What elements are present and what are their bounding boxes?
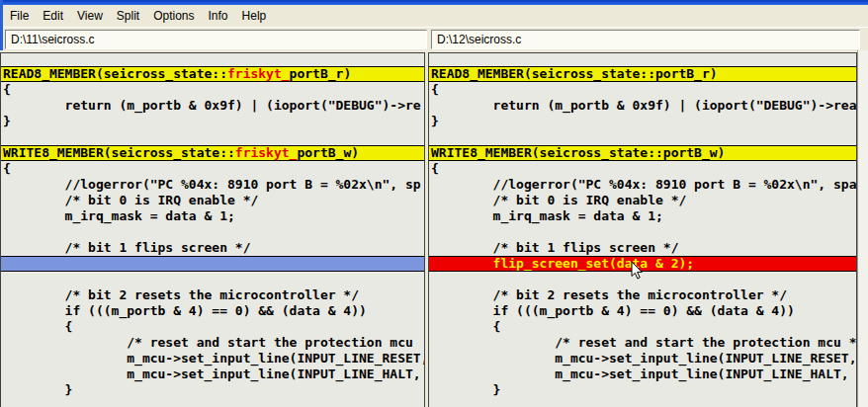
code-line[interactable]: { — [1, 82, 424, 98]
code-line[interactable]: /* bit 2 resets the microcontroller */ — [1, 287, 424, 303]
code-line[interactable]: /* bit 2 resets the microcontroller */ — [429, 287, 856, 303]
diff-changed-line[interactable]: flip_screen_set(data & 2); — [429, 256, 856, 272]
blank-line[interactable] — [1, 129, 424, 145]
menu-options[interactable]: Options — [146, 5, 201, 27]
code-line[interactable]: } — [429, 382, 856, 398]
menu-view[interactable]: View — [70, 5, 110, 27]
code-line[interactable]: if (((m_portb & 4) == 0) && (data & 4)) — [429, 303, 856, 319]
code-line[interactable]: } — [429, 114, 856, 129]
code-line[interactable]: } — [1, 382, 424, 398]
blank-line[interactable] — [1, 224, 424, 240]
code-line[interactable]: m_mcu->set_input_line(INPUT_LINE_RESET, — [429, 351, 856, 366]
code-line[interactable]: m_irq_mask = data & 1; — [1, 208, 424, 224]
code-line[interactable]: /* reset and start the protection mcu — [1, 335, 424, 351]
diff-panes: READ8_MEMBER(seicross_state::friskyt_por… — [0, 50, 868, 407]
diff-header-line[interactable]: READ8_MEMBER(seicross_state::friskyt_por… — [1, 66, 424, 82]
code-line[interactable]: { — [429, 82, 856, 98]
code-line[interactable]: m_mcu->set_input_line(INPUT_LINE_RESET, — [1, 351, 424, 366]
diff-header-line[interactable]: WRITE8_MEMBER(seicross_state::portB_w) — [429, 145, 856, 161]
code-line[interactable]: /* bit 0 is IRQ enable */ — [429, 193, 856, 208]
right-code-pane[interactable]: READ8_MEMBER(seicross_state::portB_r){ r… — [428, 52, 857, 407]
code-line[interactable]: { — [429, 161, 856, 177]
blank-line[interactable] — [1, 53, 424, 66]
code-line[interactable]: } — [1, 114, 424, 129]
code-line[interactable]: return (m_portb & 0x9f) | (ioport("DEBUG… — [429, 98, 856, 114]
code-line[interactable]: /* bit 1 flips screen */ — [429, 240, 856, 256]
file-path-row: D:\11\seicross.c D:\12\seicross.c — [3, 28, 868, 51]
left-file-path[interactable]: D:\11\seicross.c — [5, 30, 427, 49]
diff-header-line[interactable]: READ8_MEMBER(seicross_state::portB_r) — [429, 66, 856, 82]
changed-identifier: friskyt_ — [227, 66, 290, 81]
code-line[interactable]: { — [429, 319, 856, 335]
blank-line[interactable] — [429, 224, 856, 240]
code-text: WRITE8_MEMBER(seicross_state:: — [3, 145, 235, 160]
diff-header-line[interactable]: WRITE8_MEMBER(seicross_state::friskyt_po… — [1, 145, 424, 161]
code-line[interactable]: m_mcu->set_input_line(INPUT_LINE_HALT, — [1, 366, 424, 382]
menu-file[interactable]: File — [3, 5, 36, 27]
changed-identifier: friskyt_ — [235, 145, 298, 160]
menu-split[interactable]: Split — [110, 5, 146, 27]
menu-edit[interactable]: Edit — [36, 5, 70, 27]
code-line[interactable]: { — [1, 161, 424, 177]
code-text: READ8_MEMBER(seicross_state::portB_r) — [431, 66, 718, 81]
diff-placeholder-line[interactable] — [1, 256, 424, 272]
code-line[interactable]: /* reset and start the protection mcu * — [429, 335, 856, 351]
left-code-pane[interactable]: READ8_MEMBER(seicross_state::friskyt_por… — [0, 52, 425, 407]
blank-line[interactable] — [429, 272, 856, 287]
code-line[interactable]: m_irq_mask = data & 1; — [429, 208, 856, 224]
right-file-path[interactable]: D:\12\seicross.c — [431, 30, 860, 49]
menu-help[interactable]: Help — [235, 5, 274, 27]
code-line[interactable]: //logerror("PC %04x: 8910 port B = %02x\… — [429, 177, 856, 193]
code-text: WRITE8_MEMBER(seicross_state::portB_w) — [431, 145, 725, 160]
blank-line[interactable] — [1, 272, 424, 287]
code-line[interactable]: //logerror("PC %04x: 8910 port B = %02x\… — [1, 177, 424, 193]
code-line[interactable]: /* bit 0 is IRQ enable */ — [1, 193, 424, 208]
right-edge-strip — [857, 50, 868, 407]
menu-bar: File Edit View Split Options Info Help — [3, 5, 868, 28]
blank-line[interactable] — [429, 53, 856, 66]
code-text: READ8_MEMBER(seicross_state:: — [3, 66, 227, 81]
code-line[interactable]: /* bit 1 flips screen */ — [1, 240, 424, 256]
code-line[interactable]: return (m_portb & 0x9f) | (ioport("DEBUG… — [1, 98, 424, 114]
code-line[interactable]: m_mcu->set_input_line(INPUT_LINE_HALT, — [429, 366, 856, 382]
menu-info[interactable]: Info — [202, 5, 235, 27]
code-text: portB_r) — [290, 66, 352, 81]
code-line[interactable]: { — [1, 319, 424, 335]
right-edge-strip-top — [860, 28, 868, 51]
window-chrome: File Edit View Split Options Info Help D… — [0, 0, 868, 51]
code-text: portB_w) — [297, 145, 359, 160]
blank-line[interactable] — [429, 129, 856, 145]
code-line[interactable]: if (((m_portb & 4) == 0) && (data & 4)) — [1, 303, 424, 319]
